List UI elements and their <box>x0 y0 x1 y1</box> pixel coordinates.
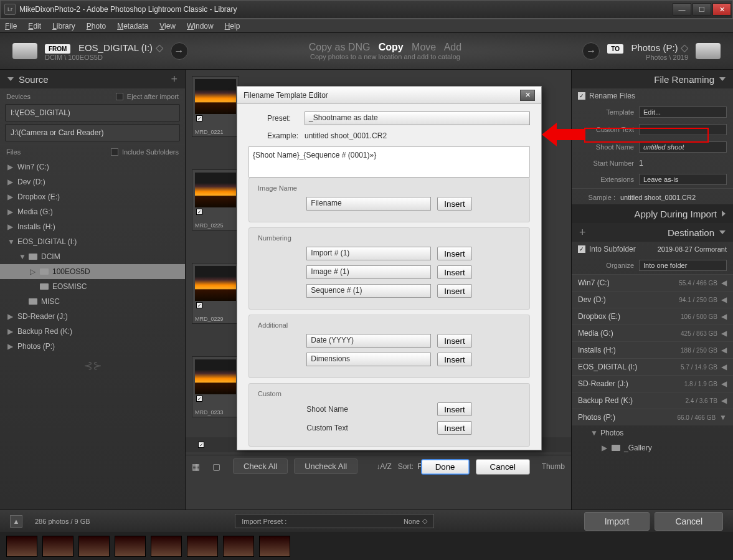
import-preset-dropdown[interactable]: None <box>404 518 420 525</box>
dest-folder-gallery[interactable]: ▶_Gallery <box>572 440 733 455</box>
arrow-right-icon-2[interactable]: → <box>582 42 600 60</box>
insert-button[interactable]: Insert <box>437 334 471 348</box>
drive-eos[interactable]: ▼EOS_DIGITAL (I:) <box>0 234 185 249</box>
triangle-down-icon[interactable] <box>719 230 726 234</box>
insert-button[interactable]: Insert <box>437 265 471 279</box>
mode-add[interactable]: Add <box>444 42 461 52</box>
folder-dcim[interactable]: ▼DCIM <box>0 249 185 264</box>
dimensions-dropdown[interactable]: Dimensions <box>306 353 431 366</box>
minimize-button[interactable]: — <box>673 3 691 16</box>
dest-drive-photos[interactable]: Photos (P:)66.0 / 466 GB▼ <box>572 409 733 425</box>
menu-edit[interactable]: Edit <box>28 22 41 31</box>
thumbnail[interactable]: ✓MRD_0225 <box>192 169 239 230</box>
thumb-checkbox[interactable]: ✓ <box>196 209 202 215</box>
intosubfolder-checkbox[interactable]: ✓ <box>578 245 585 253</box>
dest-drive-media[interactable]: Media (G:)425 / 863 GB◀ <box>572 325 733 341</box>
drive-photos[interactable]: ▶Photos (P:) <box>0 339 185 354</box>
dialog-close-button[interactable]: ✕ <box>520 90 535 101</box>
eject-checkbox[interactable] <box>116 93 123 100</box>
import-button[interactable]: Import <box>584 512 650 531</box>
date-dropdown[interactable]: Date (YYYY) <box>306 334 431 348</box>
thumbnail[interactable]: ✓MRD_0233 <box>192 356 239 417</box>
seqnum-dropdown[interactable]: Sequence # (1) <box>306 284 431 298</box>
expand-filmstrip-button[interactable]: ▲ <box>10 515 22 528</box>
filmstrip-thumb[interactable] <box>223 536 254 557</box>
preset-dropdown[interactable]: _Shootname as date <box>305 112 530 125</box>
thumb-checkbox[interactable]: ✓ <box>196 115 202 121</box>
folder-misc[interactable]: MISC <box>0 294 185 309</box>
filmstrip-thumb[interactable] <box>115 536 146 557</box>
folder-eosmisc[interactable]: EOSMISC <box>0 279 185 294</box>
dest-drive-sd[interactable]: SD-Reader (J:)1.8 / 1.9 GB◀ <box>572 375 733 392</box>
done-button[interactable]: Done <box>421 459 470 475</box>
triangle-down-icon[interactable] <box>7 77 14 81</box>
drive-win7[interactable]: ▶Win7 (C:) <box>0 159 185 174</box>
drive-dropbox[interactable]: ▶Dropbox (E:) <box>0 189 185 204</box>
mode-copy[interactable]: Copy <box>379 42 404 52</box>
menu-photo[interactable]: Photo <box>87 22 106 31</box>
dest-drive-win7[interactable]: Win7 (C:)55.4 / 466 GB◀ <box>572 274 733 291</box>
imagenum-dropdown[interactable]: Image # (1) <box>306 265 431 279</box>
grid-view-icon[interactable]: ▦ <box>192 462 200 472</box>
filmstrip-thumb[interactable] <box>151 536 182 557</box>
template-dropdown[interactable]: Edit... <box>639 107 727 118</box>
insert-button[interactable]: Insert <box>437 284 471 298</box>
rename-checkbox[interactable]: ✓ <box>578 92 585 100</box>
triangle-down-icon[interactable] <box>719 77 726 81</box>
drive-installs[interactable]: ▶Installs (H:) <box>0 219 185 234</box>
drive-sd[interactable]: ▶SD-Reader (J:) <box>0 309 185 324</box>
menu-window[interactable]: Window <box>187 22 214 31</box>
device-reader[interactable]: J:\(Camera or Card Reader) <box>5 124 180 141</box>
thumbnail[interactable]: ✓MRD_0229 <box>192 263 239 324</box>
organize-dropdown[interactable]: Into one folder <box>639 260 727 271</box>
subfolder-value[interactable]: 2019-08-27 Cormorant <box>658 245 727 253</box>
insert-button[interactable]: Insert <box>437 421 471 435</box>
shootname-input[interactable]: untitled shoot <box>639 141 727 153</box>
menu-help[interactable]: Help <box>225 22 240 31</box>
dest-drive-eos[interactable]: EOS_DIGITAL (I:)5.7 / 14.9 GB◀ <box>572 358 733 375</box>
add-dest-icon[interactable]: + <box>579 226 586 239</box>
includesubfolders-checkbox[interactable] <box>111 148 118 156</box>
filmstrip-thumb[interactable] <box>6 536 37 557</box>
insert-button[interactable]: Insert <box>437 353 471 366</box>
maximize-button[interactable]: ☐ <box>693 3 711 16</box>
insert-button[interactable]: Insert <box>437 197 471 211</box>
menu-metadata[interactable]: Metadata <box>117 22 148 31</box>
insert-button[interactable]: Insert <box>437 247 471 260</box>
to-drive[interactable]: Photos (P:) <box>631 42 678 53</box>
dialog-cancel-button[interactable]: Cancel <box>476 459 531 475</box>
arrow-right-icon[interactable]: → <box>171 42 188 60</box>
dest-folder-photos[interactable]: ▼Photos <box>572 425 733 440</box>
cancel-button[interactable]: Cancel <box>655 512 723 531</box>
loupe-view-icon[interactable]: ▢ <box>212 462 220 472</box>
ext-dropdown[interactable]: Leave as-is <box>639 174 727 185</box>
menu-library[interactable]: Library <box>52 22 75 31</box>
drive-backup[interactable]: ▶Backup Red (K:) <box>0 324 185 339</box>
drive-dev[interactable]: ▶Dev (D:) <box>0 174 185 189</box>
thumb-checkbox[interactable]: ✓ <box>198 442 204 448</box>
menu-file[interactable]: File <box>5 22 17 31</box>
mode-dng[interactable]: Copy as DNG <box>309 42 371 52</box>
dest-drive-backup[interactable]: Backup Red (K:)2.4 / 3.6 TB◀ <box>572 392 733 409</box>
folder-100eos5d[interactable]: ▷100EOS5D <box>0 264 185 279</box>
filmstrip-thumb[interactable] <box>259 536 290 557</box>
dest-drive-installs[interactable]: Installs (H:)188 / 250 GB◀ <box>572 341 733 358</box>
insert-button[interactable]: Insert <box>437 402 471 416</box>
mode-move[interactable]: Move <box>412 42 436 52</box>
from-drive[interactable]: EOS_DIGITAL (I:) <box>78 42 153 53</box>
filename-dropdown[interactable]: Filename <box>306 197 431 211</box>
filmstrip-thumb[interactable] <box>42 536 73 557</box>
dest-drive-dropbox[interactable]: Dropbox (E:)106 / 500 GB◀ <box>572 308 733 325</box>
importnum-dropdown[interactable]: Import # (1) <box>306 247 431 260</box>
thumb-checkbox[interactable]: ✓ <box>196 302 202 308</box>
thumb-checkbox[interactable]: ✓ <box>196 396 202 402</box>
template-textarea[interactable]: {Shoot Name}_{Sequence # (0001)»} <box>248 146 530 178</box>
device-eos[interactable]: I:\(EOS_DIGITAL) <box>5 104 180 121</box>
filmstrip-thumb[interactable] <box>78 536 110 557</box>
startnum-value[interactable]: 1 <box>639 159 643 168</box>
triangle-left-icon[interactable] <box>722 211 726 217</box>
add-source-icon[interactable]: + <box>171 73 177 86</box>
filmstrip-thumb[interactable] <box>187 536 218 557</box>
menu-view[interactable]: View <box>159 22 176 31</box>
thumbnail[interactable]: ✓MRD_0221 <box>192 76 239 137</box>
